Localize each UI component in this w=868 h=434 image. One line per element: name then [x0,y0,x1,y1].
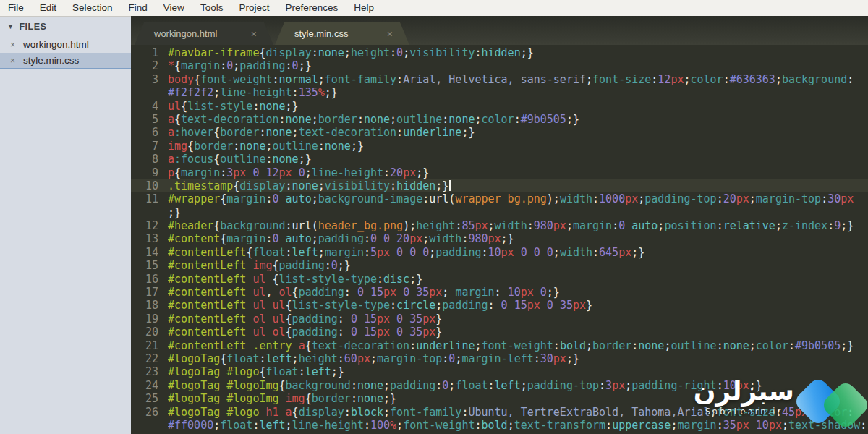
code-row[interactable]: 16#contentLeft ul {list-style-type:disc;… [131,273,868,286]
code-row[interactable]: 11#wrapper{margin:0 auto;background-imag… [131,192,868,205]
code-row[interactable]: 9p{margin:3px 0 12px 0;line-height:20px;… [131,166,868,179]
line-number: 19 [131,312,168,326]
line-number: 18 [131,299,168,312]
code-row[interactable]: 17#contentLeft ul, ol{padding: 0 15px 0 … [131,286,868,299]
line-number: 13 [131,232,168,245]
code-row[interactable]: 19#contentLeft ol ul{padding: 0 15px 0 3… [131,312,868,326]
menu-item-help[interactable]: Help [346,0,382,16]
line-number: 21 [131,339,168,352]
sidebar-item-style.min.css[interactable]: ×style.min.css [0,53,131,69]
code-row[interactable]: 3body{font-weight:normal;font-family:Ari… [131,73,868,86]
close-file-icon[interactable]: × [10,40,17,50]
code-line: a{text-decoration:none;border:none;outli… [168,113,868,126]
menu-item-tools[interactable]: Tools [192,0,231,16]
code-row[interactable]: 23#logoTag #logo{float:left;} [131,365,868,378]
code-line: #contentLeft ul ol{padding: 0 15px 0 35p… [168,326,868,339]
code-line: #logoTag{float:left;height:60px;margin-t… [168,352,868,365]
code-row[interactable]: 12#header{background:url(header_bg.png);… [131,219,868,232]
code-line: #logoTag #logo h1 a{display:block;font-f… [168,406,868,419]
code-line: #contentLeft .entry a{text-decoration:un… [168,339,868,352]
sublime-text-window: FileEditSelectionFindViewToolsProjectPre… [0,0,868,434]
tab-style.min.css[interactable]: style.min.css× [275,22,409,45]
code-row[interactable]: 2*{margin:0;padding:0;} [131,59,868,72]
code-line: *{margin:0;padding:0;} [168,59,868,72]
menu-item-project[interactable]: Project [231,0,277,16]
tab-label: style.min.css [294,28,348,39]
code-row[interactable]: #f2f2f2;line-height:135%;} [131,86,868,99]
line-number: 1 [131,46,168,59]
code-line: ul{list-style:none;} [168,100,868,113]
code-line: img{border:none;outline:none;} [168,140,868,153]
code-row[interactable]: 1#navbar-iframe{display:none;height:0;vi… [131,46,868,59]
line-number: 3 [131,73,168,86]
code-line: #contentLeft ul {list-style-type:disc;} [168,273,868,286]
menu-item-preferences[interactable]: Preferences [277,0,346,16]
menu-item-selection[interactable]: Selection [64,0,121,16]
code-row[interactable]: 21#contentLeft .entry a{text-decoration:… [131,339,868,352]
files-section-header[interactable]: ▼ FILES [0,17,131,36]
menu-item-edit[interactable]: Edit [32,0,64,16]
code-line: #header{background:url(header_bg.png);he… [168,219,868,232]
code-line: #contentLeft{float:left;margin:5px 0 0 0… [168,246,868,259]
close-file-icon[interactable]: × [10,56,17,66]
code-row[interactable]: 25#logoTag #logoImg img{border:none;} [131,392,868,405]
code-line: a:focus{outline:none;} [168,153,868,166]
line-number: 10 [131,179,168,192]
line-number: 20 [131,326,168,339]
line-number: 8 [131,153,168,166]
code-row[interactable]: 24#logoTag #logoImg{background:none;padd… [131,379,868,392]
close-tab-icon[interactable]: × [251,28,273,40]
code-row[interactable]: #ff0000;float:left;line-height:100%;font… [131,419,868,432]
code-row[interactable]: 22#logoTag{float:left;height:60px;margin… [131,352,868,365]
line-number: 14 [131,246,168,259]
code-row[interactable]: 7img{border:none;outline:none;} [131,140,868,153]
tab-label: workingon.html [154,28,217,39]
tab-workingon.html[interactable]: workingon.html× [135,22,273,45]
code-line: #navbar-iframe{display:none;height:0;vis… [168,46,868,59]
code-row[interactable]: 8a:focus{outline:none;} [131,153,868,166]
menu-item-view[interactable]: View [156,0,192,16]
code-line: #f2f2f2;line-height:135%;} [168,86,868,99]
text-cursor [449,180,451,191]
close-tab-icon[interactable]: × [387,28,409,40]
code-line: #ff0000;float:left;line-height:100%;font… [168,419,868,432]
code-row[interactable]: 20#contentLeft ul ol{padding: 0 15px 0 3… [131,326,868,339]
sidebar-item-workingon.html[interactable]: ×workingon.html [0,36,131,53]
code-line: #wrapper{margin:0 auto;background-image:… [168,192,868,205]
code-row[interactable]: 5a{text-decoration:none;border:none;outl… [131,113,868,126]
line-number: 25 [131,392,168,405]
code-line: #contentLeft ol ul{padding: 0 15px 0 35p… [168,312,868,326]
code-line: #contentLeft img{padding:0;} [168,259,868,272]
line-number [131,419,168,432]
code-row[interactable]: 18#contentLeft ul ul{list-style-type:cir… [131,299,868,312]
menu-item-file[interactable]: File [0,0,32,16]
code-row[interactable]: 10.timestamp{display:none;visibility:hid… [131,179,868,192]
line-number: 17 [131,286,168,299]
code-line: .timestamp{display:none;visibility:hidde… [168,179,868,192]
menu-bar: FileEditSelectionFindViewToolsProjectPre… [0,0,868,17]
code-row[interactable]: 4ul{list-style:none;} [131,100,868,113]
line-number: 26 [131,406,168,419]
code-line: #contentLeft ul ul{list-style-type:circl… [168,299,868,312]
line-number: 24 [131,379,168,392]
line-number: 16 [131,273,168,286]
menu-item-find[interactable]: Find [121,0,156,16]
line-number: 9 [131,166,168,179]
files-section-label: FILES [19,22,46,32]
disclosure-triangle-icon: ▼ [7,23,14,30]
code-row[interactable]: ;} [131,206,868,219]
code-row[interactable]: 13#content{margin:0 auto;padding:0 0 20p… [131,232,868,245]
code-row[interactable]: 6a:hover{border:none;text-decoration:und… [131,126,868,139]
line-number [131,206,168,219]
code-row[interactable]: 14#contentLeft{float:left;margin:5px 0 0… [131,246,868,259]
line-number: 22 [131,352,168,365]
code-row[interactable]: 15#contentLeft img{padding:0;} [131,259,868,272]
code-row[interactable]: 26#logoTag #logo h1 a{display:block;font… [131,406,868,419]
code-line: body{font-weight:normal;font-family:Aria… [168,73,868,86]
line-number: 4 [131,100,168,113]
code-line: #logoTag #logoImg{background:none;paddin… [168,379,868,392]
file-name-label: workingon.html [23,39,89,50]
file-list: ×workingon.html×style.min.css [0,36,131,69]
code-editor[interactable]: 1#navbar-iframe{display:none;height:0;vi… [131,45,868,434]
line-number: 5 [131,113,168,126]
